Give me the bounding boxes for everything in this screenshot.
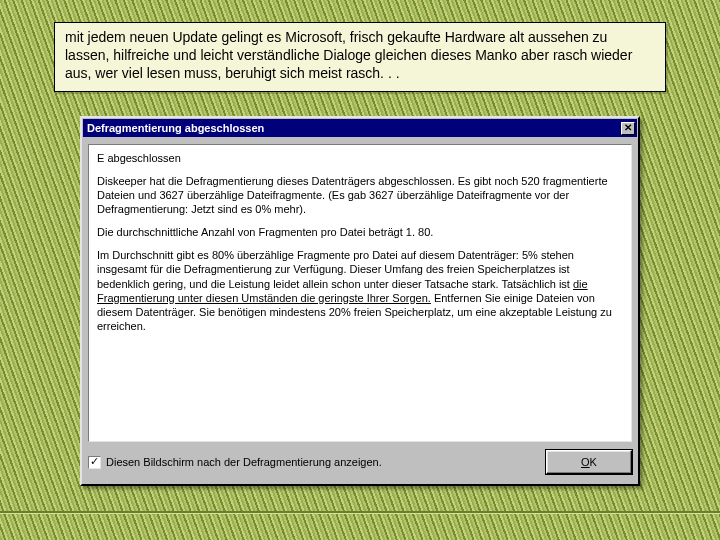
body-p3-pre: Im Durchschnitt gibt es 80% überzählige … bbox=[97, 249, 574, 289]
caption-text: mit jedem neuen Update gelingt es Micros… bbox=[65, 29, 632, 81]
dialog-title: Defragmentierung abgeschlossen bbox=[87, 122, 264, 134]
dialog-footer: Diesen Bildschirm nach der Defragmentier… bbox=[88, 446, 632, 478]
body-paragraph-2: Die durchschnittliche Anzahl von Fragmen… bbox=[97, 225, 623, 239]
body-line-status: E abgeschlossen bbox=[97, 151, 623, 165]
ok-label: OK bbox=[581, 456, 597, 468]
body-paragraph-1: Diskeeper hat die Defragmentierung diese… bbox=[97, 174, 623, 216]
page-background: mit jedem neuen Update gelingt es Micros… bbox=[0, 0, 720, 540]
checkbox-label: Diesen Bildschirm nach der Defragmentier… bbox=[106, 456, 382, 468]
defrag-dialog: Defragmentierung abgeschlossen ✕ E abges… bbox=[80, 116, 640, 486]
dialog-body: E abgeschlossen Diskeeper hat die Defrag… bbox=[88, 144, 632, 442]
body-paragraph-3: Im Durchschnitt gibt es 80% überzählige … bbox=[97, 248, 623, 332]
close-icon: ✕ bbox=[624, 123, 632, 133]
ok-button[interactable]: OK bbox=[546, 450, 632, 474]
page-divider bbox=[0, 511, 720, 514]
checkbox-icon bbox=[88, 456, 101, 469]
caption-box: mit jedem neuen Update gelingt es Micros… bbox=[54, 22, 666, 92]
show-again-checkbox[interactable]: Diesen Bildschirm nach der Defragmentier… bbox=[88, 456, 382, 469]
close-button[interactable]: ✕ bbox=[621, 122, 635, 135]
dialog-titlebar[interactable]: Defragmentierung abgeschlossen ✕ bbox=[83, 119, 637, 137]
